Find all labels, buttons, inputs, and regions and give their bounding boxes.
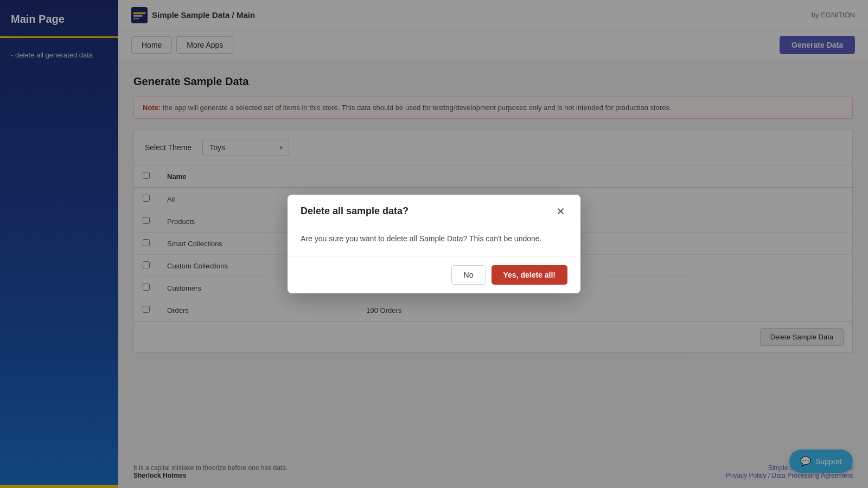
modal-body: Are you sure you want to delete all Samp… — [288, 226, 580, 256]
modal-close-button[interactable]: ✕ — [554, 206, 567, 217]
modal-overlay[interactable]: Delete all sample data? ✕ Are you sure y… — [0, 0, 868, 488]
modal-title: Delete all sample data? — [301, 206, 409, 217]
modal-footer: No Yes, delete all! — [288, 256, 580, 293]
modal: Delete all sample data? ✕ Are you sure y… — [288, 195, 580, 293]
modal-yes-button[interactable]: Yes, delete all! — [492, 265, 568, 285]
modal-no-button[interactable]: No — [451, 265, 486, 285]
modal-header: Delete all sample data? ✕ — [288, 195, 580, 226]
